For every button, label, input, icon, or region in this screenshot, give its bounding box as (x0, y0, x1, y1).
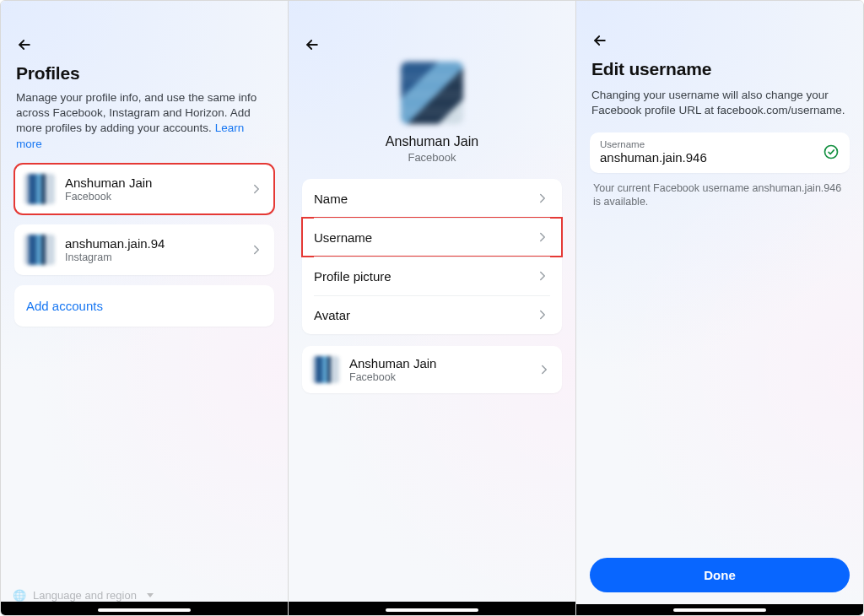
chevron-right-icon (537, 362, 552, 377)
nav-bar (1, 602, 288, 615)
back-button[interactable] (304, 36, 321, 53)
globe-icon: 🌐 (13, 589, 26, 602)
account-row[interactable]: Anshuman Jain Facebook (302, 346, 562, 393)
setting-row-avatar[interactable]: Avatar (302, 295, 562, 334)
back-arrow-icon (16, 41, 33, 56)
add-accounts-button[interactable]: Add accounts (14, 285, 274, 327)
screen-edit-username: Edit username Changing your username wil… (576, 1, 863, 615)
avatar (24, 174, 55, 204)
chevron-right-icon (535, 191, 550, 206)
setting-row-username[interactable]: Username (302, 218, 562, 257)
back-arrow-icon (304, 41, 321, 56)
avatar (312, 356, 339, 383)
setting-label: Avatar (314, 308, 530, 322)
home-indicator[interactable] (386, 608, 478, 612)
back-button[interactable] (16, 36, 33, 53)
page-title: Edit username (591, 59, 850, 79)
profile-row-facebook[interactable]: Anshuman Jain Facebook (14, 164, 274, 214)
done-wrap: Done (576, 558, 863, 604)
screen-profiles-content: Profiles Manage your profile info, and u… (1, 53, 288, 589)
field-value: anshuman.jain.946 (600, 150, 816, 165)
peek-row-language: 🌐 Language and region (1, 589, 288, 602)
chevron-right-icon (535, 268, 550, 284)
profile-labels: anshuman.jain.94 Instagram (65, 236, 244, 263)
status-bar-space (1, 1, 288, 24)
settings-group: Name Username Profile picture Avatar (302, 179, 562, 334)
back-button[interactable] (591, 32, 608, 49)
account-name: Anshuman Jain (349, 356, 532, 370)
account-service: Facebook (349, 371, 532, 383)
avatar (401, 62, 463, 124)
home-indicator[interactable] (98, 608, 191, 612)
chevron-down-icon (147, 593, 154, 597)
chevron-right-icon (249, 242, 264, 257)
username-field[interactable]: Username anshuman.jain.946 (590, 132, 850, 173)
nav-bar (576, 604, 863, 615)
triptych-container: Profiles Manage your profile info, and u… (0, 0, 864, 616)
screen-edit-username-content: Edit username Changing your username wil… (576, 49, 863, 558)
setting-label: Username (314, 230, 530, 245)
chevron-right-icon (535, 307, 550, 322)
profile-service: Facebook (408, 151, 456, 164)
chevron-right-icon (535, 230, 550, 245)
screen-profiles: Profiles Manage your profile info, and u… (1, 1, 289, 615)
page-description: Manage your profile info, and use the sa… (16, 90, 273, 152)
home-indicator[interactable] (673, 608, 766, 612)
availability-text: Your current Facebook username anshuman.… (593, 181, 846, 210)
status-bar-space (289, 1, 575, 24)
page-title: Profiles (16, 63, 274, 84)
setting-row-profile-picture[interactable]: Profile picture (302, 257, 562, 295)
screen-profile-detail: Anshuman Jain Facebook Name Username Pro… (289, 1, 576, 615)
setting-label: Profile picture (314, 269, 530, 284)
field-label: Username (600, 139, 816, 149)
profile-name: Anshuman Jain (65, 176, 244, 190)
chevron-right-icon (249, 181, 264, 197)
page-subtext: Changing your username will also change … (591, 88, 848, 118)
setting-row-name[interactable]: Name (302, 179, 562, 218)
done-button[interactable]: Done (590, 558, 850, 592)
profile-name: Anshuman Jain (386, 134, 478, 149)
status-bar-space (576, 1, 863, 20)
peek-row-label: Language and region (33, 589, 137, 602)
profile-service: Facebook (65, 191, 244, 203)
profile-row-instagram[interactable]: anshuman.jain.94 Instagram (14, 224, 274, 275)
nav-bar (289, 602, 575, 615)
back-arrow-icon (591, 37, 608, 51)
add-accounts-card[interactable]: Add accounts (14, 285, 274, 327)
account-labels: Anshuman Jain Facebook (349, 356, 532, 383)
profile-header: Anshuman Jain Facebook (302, 62, 562, 164)
check-circle-icon (823, 143, 840, 160)
setting-label: Name (314, 192, 530, 206)
profile-service: Instagram (65, 251, 244, 263)
screen-profile-detail-content: Anshuman Jain Facebook Name Username Pro… (289, 53, 575, 602)
profile-labels: Anshuman Jain Facebook (65, 176, 244, 203)
svg-point-0 (825, 145, 838, 158)
profile-name: anshuman.jain.94 (65, 236, 244, 251)
avatar (24, 235, 55, 265)
